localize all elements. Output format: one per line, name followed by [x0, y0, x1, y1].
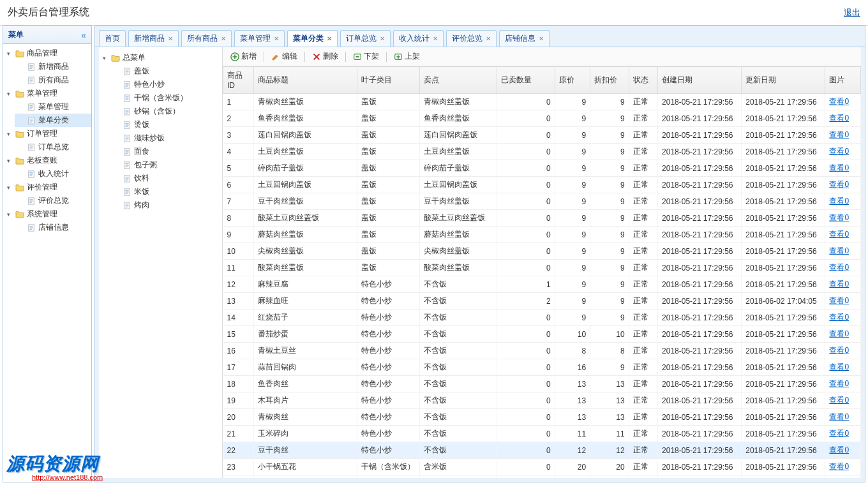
category-item[interactable]: 滋味炒饭: [110, 131, 222, 145]
column-header[interactable]: 更新日期: [742, 67, 825, 94]
table-row[interactable]: 5碎肉茄子盖饭盖饭碎肉茄子盖饭099正常2018-05-21 17:29:562…: [223, 160, 861, 177]
view-link[interactable]: 查看0: [829, 379, 849, 388]
sidebar-group[interactable]: ▾评价管理: [3, 181, 91, 194]
sidebar-item[interactable]: 评价总览: [15, 194, 91, 207]
sidebar-group[interactable]: ▾订单管理: [3, 127, 91, 140]
view-link[interactable]: 查看0: [829, 362, 849, 371]
category-item[interactable]: 特色小炒: [110, 78, 222, 91]
add-button[interactable]: 新增: [227, 50, 260, 63]
close-icon[interactable]: ✕: [380, 35, 385, 42]
view-link[interactable]: 查看0: [829, 246, 849, 255]
view-link[interactable]: 查看0: [829, 429, 849, 438]
on-shelf-button[interactable]: 上架: [390, 50, 424, 63]
view-link[interactable]: 查看0: [829, 130, 849, 139]
sidebar-item[interactable]: 所有商品: [15, 73, 91, 87]
table-row[interactable]: 17蒜苗回锅肉特色小炒不含饭0169正常2018-05-21 17:29:562…: [223, 359, 861, 376]
view-link[interactable]: 查看0: [829, 462, 849, 471]
sidebar-item[interactable]: 菜单分类: [15, 114, 91, 127]
sidebar-item[interactable]: 新增商品: [15, 60, 91, 73]
sidebar-group[interactable]: ▾系统管理: [3, 207, 91, 221]
table-row[interactable]: 2鱼香肉丝盖饭盖饭鱼香肉丝盖饭099正常2018-05-21 17:29:562…: [223, 110, 861, 127]
table-row[interactable]: 22豆干肉丝特色小炒不含饭01212正常2018-05-21 17:29:562…: [223, 442, 861, 459]
logout-link[interactable]: 退出: [844, 7, 860, 19]
close-icon[interactable]: ✕: [327, 35, 332, 42]
tab-新增商品[interactable]: 新增商品✕: [128, 30, 179, 47]
tab-所有商品[interactable]: 所有商品✕: [181, 30, 232, 47]
close-icon[interactable]: ✕: [221, 35, 226, 42]
table-row[interactable]: 10尖椒肉丝盖饭盖饭尖椒肉丝盖饭099正常2018-05-21 17:29:56…: [223, 243, 861, 260]
column-header[interactable]: 原价: [555, 67, 590, 94]
category-item[interactable]: 饮料: [110, 172, 222, 185]
category-item[interactable]: 烤肉: [110, 198, 222, 212]
sidebar-group[interactable]: ▾商品管理: [3, 47, 91, 60]
category-item[interactable]: 砂锅（含饭）: [110, 105, 222, 118]
tab-订单总览[interactable]: 订单总览✕: [340, 30, 391, 47]
view-link[interactable]: 查看0: [829, 445, 849, 454]
column-header[interactable]: 卖点: [419, 67, 497, 94]
sidebar-group[interactable]: ▾菜单管理: [3, 87, 91, 100]
table-row[interactable]: 13麻辣血旺特色小炒不含饭299正常2018-05-21 17:29:56201…: [223, 293, 861, 310]
view-link[interactable]: 查看0: [829, 197, 849, 205]
view-link[interactable]: 查看0: [829, 396, 849, 405]
table-row[interactable]: 11酸菜肉丝盖饭盖饭酸菜肉丝盖饭099正常2018-05-21 17:29:56…: [223, 260, 861, 276]
table-row[interactable]: 19木耳肉片特色小炒不含饭01313正常2018-05-21 17:29:562…: [223, 392, 861, 409]
sidebar-item[interactable]: 店铺信息: [15, 221, 91, 234]
category-item[interactable]: 干锅（含米饭）: [110, 91, 222, 105]
view-link[interactable]: 查看0: [829, 329, 849, 338]
sidebar-item[interactable]: 订单总览: [15, 140, 91, 154]
column-header[interactable]: 图片: [825, 67, 861, 94]
close-icon[interactable]: ✕: [433, 35, 438, 42]
table-row[interactable]: 24小干锅鸡翅干锅（含米饭）含米饭02525正常2018-05-21 17:29…: [223, 475, 861, 479]
off-shelf-button[interactable]: 下架: [349, 50, 383, 63]
tab-首页[interactable]: 首页: [99, 30, 126, 47]
column-header[interactable]: 折扣价: [590, 67, 629, 94]
column-header[interactable]: 状态: [629, 67, 657, 94]
view-link[interactable]: 查看0: [829, 412, 849, 421]
view-link[interactable]: 查看0: [829, 114, 849, 123]
close-icon[interactable]: ✕: [168, 35, 173, 42]
table-row[interactable]: 3莲白回锅肉盖饭盖饭莲白回锅肉盖饭099正常2018-05-21 17:29:5…: [223, 127, 861, 144]
table-row[interactable]: 21玉米碎肉特色小炒不含饭01111正常2018-05-21 17:29:562…: [223, 426, 861, 442]
table-row[interactable]: 8酸菜土豆肉丝盖饭盖饭酸菜土豆肉丝盖饭099正常2018-05-21 17:29…: [223, 210, 861, 227]
table-row[interactable]: 20青椒肉丝特色小炒不含饭01313正常2018-05-21 17:29:562…: [223, 409, 861, 426]
table-row[interactable]: 4土豆肉丝盖饭盖饭土豆肉丝盖饭099正常2018-05-21 17:29:562…: [223, 144, 861, 160]
close-icon[interactable]: ✕: [539, 35, 544, 42]
table-row[interactable]: 16青椒土豆丝特色小炒不含饭088正常2018-05-21 17:29:5620…: [223, 343, 861, 359]
view-link[interactable]: 查看0: [829, 230, 849, 239]
column-header[interactable]: 叶子类目: [357, 67, 419, 94]
table-row[interactable]: 7豆干肉丝盖饭盖饭豆干肉丝盖饭099正常2018-05-21 17:29:562…: [223, 193, 861, 210]
close-icon[interactable]: ✕: [486, 35, 491, 42]
category-item[interactable]: 面食: [110, 145, 222, 158]
column-header[interactable]: 商品ID: [223, 67, 254, 94]
view-link[interactable]: 查看0: [829, 313, 849, 322]
category-item[interactable]: 盖饭: [110, 64, 222, 78]
data-grid[interactable]: 商品ID商品标题叶子类目卖点已卖数量原价折扣价状态创建日期更新日期图片 1青椒肉…: [223, 66, 861, 478]
view-link[interactable]: 查看0: [829, 263, 849, 272]
category-item[interactable]: 米饭: [110, 185, 222, 198]
sidebar-group[interactable]: ▾老板查账: [3, 154, 91, 167]
view-link[interactable]: 查看0: [829, 213, 849, 222]
view-link[interactable]: 查看0: [829, 180, 849, 189]
table-row[interactable]: 23小干锅五花干锅（含米饭）含米饭02020正常2018-05-21 17:29…: [223, 459, 861, 475]
tab-菜单管理[interactable]: 菜单管理✕: [234, 30, 285, 47]
view-link[interactable]: 查看0: [829, 346, 849, 355]
view-link[interactable]: 查看0: [829, 280, 849, 288]
tab-收入统计[interactable]: 收入统计✕: [393, 30, 444, 47]
tab-店铺信息[interactable]: 店铺信息✕: [499, 30, 550, 47]
tab-评价总览[interactable]: 评价总览✕: [446, 30, 497, 47]
table-row[interactable]: 6土豆回锅肉盖饭盖饭土豆回锅肉盖饭099正常2018-05-21 17:29:5…: [223, 177, 861, 193]
view-link[interactable]: 查看0: [829, 97, 849, 106]
column-header[interactable]: 已卖数量: [497, 67, 555, 94]
table-row[interactable]: 12麻辣豆腐特色小炒不含饭199正常2018-05-21 17:29:56201…: [223, 276, 861, 293]
view-link[interactable]: 查看0: [829, 147, 849, 156]
table-row[interactable]: 1青椒肉丝盖饭盖饭青椒肉丝盖饭099正常2018-05-21 17:29:562…: [223, 94, 861, 110]
sidebar-item[interactable]: 菜单管理: [15, 100, 91, 114]
view-link[interactable]: 查看0: [829, 163, 849, 172]
category-item[interactable]: 烫饭: [110, 118, 222, 131]
column-header[interactable]: 商品标题: [254, 67, 357, 94]
view-link[interactable]: 查看0: [829, 296, 849, 305]
table-row[interactable]: 15番茄炒蛋特色小炒不含饭01010正常2018-05-21 17:29:562…: [223, 326, 861, 343]
table-row[interactable]: 18鱼香肉丝特色小炒不含饭01313正常2018-05-21 17:29:562…: [223, 376, 861, 392]
sidebar-item[interactable]: 收入统计: [15, 167, 91, 181]
tab-菜单分类[interactable]: 菜单分类✕: [287, 30, 338, 47]
